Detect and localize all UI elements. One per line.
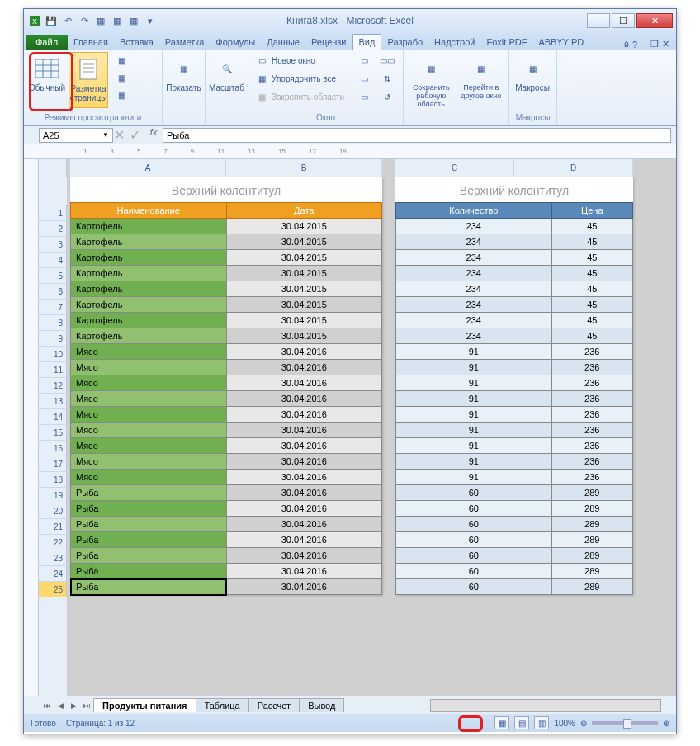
cell-date[interactable]: 30.04.2015 xyxy=(226,297,382,313)
fx-icon[interactable]: fx xyxy=(145,127,162,143)
cell-price[interactable]: 236 xyxy=(551,344,632,360)
table-row[interactable]: 60289 xyxy=(396,579,633,595)
cell-qty[interactable]: 60 xyxy=(396,501,552,517)
save-icon[interactable]: 💾 xyxy=(44,13,59,28)
table-row[interactable]: Рыба30.04.2016 xyxy=(71,548,382,564)
table-row[interactable]: Рыба30.04.2016 xyxy=(71,532,382,548)
cell-date[interactable]: 30.04.2016 xyxy=(226,391,382,407)
cell-date[interactable]: 30.04.2016 xyxy=(226,532,382,548)
sidebyside-button[interactable]: ▭▭ xyxy=(377,52,397,68)
cell-price[interactable]: 236 xyxy=(551,375,632,391)
cell-price[interactable]: 289 xyxy=(551,548,632,564)
table-row[interactable]: Картофель30.04.2015 xyxy=(71,219,382,234)
table-row[interactable]: 23445 xyxy=(396,281,633,297)
tab-file[interactable]: Файл xyxy=(26,35,68,50)
table-row[interactable]: 60289 xyxy=(396,501,633,517)
normal-view-statusbtn[interactable]: ▦ xyxy=(494,716,509,729)
cell-name[interactable]: Рыба xyxy=(71,501,227,517)
table-row[interactable]: Картофель30.04.2015 xyxy=(71,250,382,266)
doc-restore-icon[interactable]: ❐ xyxy=(650,39,659,50)
cell-price[interactable]: 45 xyxy=(551,219,632,234)
table-row[interactable]: 91236 xyxy=(396,360,633,375)
sheet-tab-1[interactable]: Таблица xyxy=(196,698,249,712)
zoom-button[interactable]: 🔍 Масштаб xyxy=(209,52,244,108)
row-header-1[interactable]: 1 xyxy=(39,205,67,221)
table-row[interactable]: 60289 xyxy=(396,564,633,579)
doc-close-icon[interactable]: ✕ xyxy=(662,39,669,50)
cell-qty[interactable]: 234 xyxy=(396,313,552,328)
table-row[interactable]: 91236 xyxy=(396,454,633,470)
cell-qty[interactable]: 234 xyxy=(396,219,552,234)
cell-price[interactable]: 236 xyxy=(551,407,632,423)
cell-qty[interactable]: 91 xyxy=(396,391,552,407)
table-row[interactable]: 23445 xyxy=(396,266,633,281)
cell-date[interactable]: 30.04.2016 xyxy=(226,423,382,438)
close-button[interactable]: ✕ xyxy=(636,13,673,28)
cell-name[interactable]: Рыба xyxy=(71,532,227,548)
cell-date[interactable]: 30.04.2015 xyxy=(226,313,382,328)
cell-name[interactable]: Картофель xyxy=(71,328,227,344)
table-row[interactable]: 91236 xyxy=(396,423,633,438)
cell-qty[interactable]: 234 xyxy=(396,297,552,313)
tab-developer[interactable]: Разрабо xyxy=(381,35,428,50)
cell-price[interactable]: 289 xyxy=(551,517,632,532)
table-row[interactable]: Картофель30.04.2015 xyxy=(71,281,382,297)
row-header-14[interactable]: 14 xyxy=(39,409,67,425)
table-row[interactable]: 23445 xyxy=(396,250,633,266)
cell-date[interactable]: 30.04.2015 xyxy=(226,281,382,297)
doc-min-icon[interactable]: ─ xyxy=(641,40,647,50)
page-header-2[interactable]: Верхний колонтитул xyxy=(395,177,633,202)
tab-home[interactable]: Главная xyxy=(68,35,114,50)
cell-name[interactable]: Рыба xyxy=(71,517,227,532)
cell-name[interactable]: Рыба xyxy=(71,548,227,564)
table-row[interactable]: 91236 xyxy=(396,391,633,407)
newwindow-button[interactable]: ▭Новое окно xyxy=(252,52,348,68)
cell-price[interactable]: 45 xyxy=(551,297,632,313)
cell-name[interactable]: Мясо xyxy=(71,360,227,375)
normal-view-button[interactable]: Обычный xyxy=(27,52,67,108)
cell-date[interactable]: 30.04.2015 xyxy=(226,328,382,344)
row-header-12[interactable]: 12 xyxy=(39,378,67,394)
cell-date[interactable]: 30.04.2016 xyxy=(226,579,382,595)
cell-price[interactable]: 236 xyxy=(551,423,632,438)
cell-price[interactable]: 289 xyxy=(551,485,632,501)
tab-insert[interactable]: Вставка xyxy=(114,35,159,50)
cell-name[interactable]: Картофель xyxy=(71,281,227,297)
tab-foxit[interactable]: Foxit PDF xyxy=(481,35,533,50)
pagebreak-button[interactable]: ▦ xyxy=(111,52,131,68)
table-row[interactable]: 60289 xyxy=(396,517,633,532)
zoom-in-button[interactable]: ⊕ xyxy=(663,719,669,728)
table-row[interactable]: Мясо30.04.2016 xyxy=(71,407,382,423)
table-row[interactable]: 91236 xyxy=(396,470,633,485)
zoom-out-button[interactable]: ⊖ xyxy=(580,719,587,728)
cell-price[interactable]: 289 xyxy=(551,532,632,548)
cell-date[interactable]: 30.04.2016 xyxy=(226,360,382,375)
row-header-16[interactable]: 16 xyxy=(39,441,67,456)
cell-qty[interactable]: 234 xyxy=(396,250,552,266)
cell-name[interactable]: Мясо xyxy=(71,391,227,407)
cell-price[interactable]: 289 xyxy=(551,564,632,579)
row-header-17[interactable]: 17 xyxy=(39,456,67,472)
cell-date[interactable]: 30.04.2015 xyxy=(226,266,382,281)
cell-qty[interactable]: 60 xyxy=(396,579,552,595)
cell-name[interactable]: Мясо xyxy=(71,407,227,423)
table-row[interactable]: 91236 xyxy=(396,438,633,454)
table-row[interactable]: Картофель30.04.2015 xyxy=(71,234,382,250)
formula-bar[interactable]: Рыба xyxy=(163,128,671,143)
table-row[interactable]: Рыба30.04.2016 xyxy=(71,517,382,532)
table-row[interactable]: Картофель30.04.2015 xyxy=(71,266,382,281)
cell-date[interactable]: 30.04.2015 xyxy=(226,250,382,266)
cell-qty[interactable]: 91 xyxy=(396,375,552,391)
table-row[interactable]: 91236 xyxy=(396,375,633,391)
cell-price[interactable]: 45 xyxy=(551,313,632,328)
table-row[interactable]: 23445 xyxy=(396,234,633,250)
table-row[interactable]: Мясо30.04.2016 xyxy=(71,375,382,391)
row-header-4[interactable]: 4 xyxy=(39,253,67,268)
row-header-7[interactable]: 7 xyxy=(39,300,67,315)
colhead-c[interactable]: C xyxy=(395,159,514,177)
cell-price[interactable]: 45 xyxy=(551,281,632,297)
cell-price[interactable]: 236 xyxy=(551,360,632,375)
table-row[interactable]: 60289 xyxy=(396,548,633,564)
table-row[interactable]: Рыба30.04.2016 xyxy=(71,501,382,517)
cell-date[interactable]: 30.04.2016 xyxy=(226,470,382,485)
